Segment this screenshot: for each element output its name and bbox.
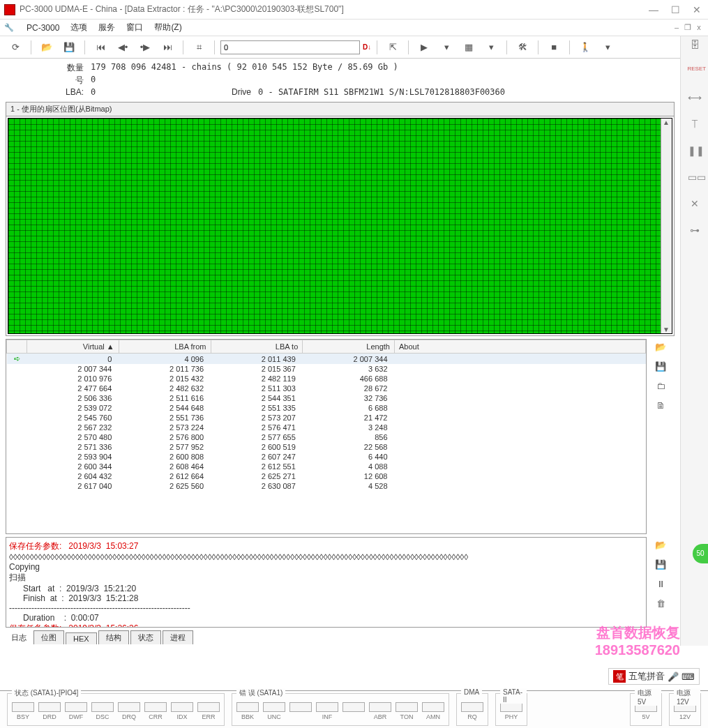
log-clear-icon[interactable]: 🗑	[654, 598, 668, 612]
maximize-button[interactable]: ☐	[671, 4, 680, 15]
col-about[interactable]: About	[395, 340, 646, 354]
col-length[interactable]: Length	[303, 340, 395, 354]
log-box[interactable]: 保存任务参数: 2019/3/3 15:03:27 ◊◊◊◊◊◊◊◊◊◊◊◊◊◊…	[6, 537, 647, 628]
export-icon[interactable]: ⇱	[383, 39, 402, 56]
tab-status[interactable]: 状态	[130, 630, 161, 644]
play-icon[interactable]: ▶	[414, 39, 434, 56]
refresh-icon[interactable]: ⟳	[6, 39, 25, 56]
tools-icon[interactable]: 🛠	[513, 39, 532, 56]
sb-reset-icon[interactable]: RESET	[688, 66, 702, 79]
lba-value: 0	[91, 87, 216, 97]
prev-icon[interactable]: ◀•	[113, 39, 133, 56]
bitmap-grid[interactable]	[8, 118, 672, 334]
next-icon[interactable]: •▶	[135, 39, 155, 56]
sb-chip-icon[interactable]: ▭▭	[688, 172, 702, 185]
status-indicator: IDX	[171, 702, 193, 720]
status-group-5v: 电源 5V 5V	[630, 693, 662, 726]
table-row[interactable]: 2 545 7602 551 7362 573 20721 472	[7, 413, 646, 423]
ime-indicator[interactable]: 笔 五笔拼音 🎤 ⌨	[608, 668, 700, 685]
status-indicator: INF	[316, 702, 338, 720]
status-group-dma: DMA RQ	[456, 693, 488, 726]
ime-icon: 笔	[613, 670, 626, 683]
sb-pause-icon[interactable]: ❚❚	[688, 145, 702, 159]
table-row[interactable]: 2 539 0722 544 6482 551 3356 688	[7, 403, 646, 413]
table-row[interactable]: 2 617 0402 625 5602 630 0874 528	[7, 481, 646, 491]
col-lba-from[interactable]: LBA from	[119, 340, 211, 354]
sb-disk-icon[interactable]: 🗄	[688, 39, 702, 53]
statusbar: 状态 (SATA1)-[PIO4] BSYDRDDWFDSCDRQCRRIDXE…	[0, 690, 708, 728]
ime-mic-icon[interactable]: 🎤	[668, 672, 679, 682]
ime-text: 五笔拼音	[628, 670, 665, 683]
status-indicator: TON	[396, 702, 418, 720]
log-pause-icon[interactable]: ⏸	[654, 579, 668, 593]
status-indicator: RQ	[461, 702, 483, 720]
save-icon[interactable]: 💾	[59, 39, 79, 56]
status-indicator	[342, 702, 365, 720]
tab-process[interactable]: 进程	[163, 630, 193, 644]
sb-switch-icon[interactable]: ⊶	[688, 225, 702, 238]
table-row[interactable]: 2 506 3362 511 6162 544 35132 736	[7, 393, 646, 403]
side-folder-icon[interactable]: 🗀	[654, 381, 668, 395]
menu-help[interactable]: 帮助(Z)	[149, 22, 187, 33]
table-row[interactable]: 2 567 2322 573 2242 576 4713 248	[7, 423, 646, 432]
stop-icon[interactable]: ■	[544, 39, 564, 56]
exit-icon[interactable]: 🚶	[575, 39, 595, 56]
ime-keyboard-icon[interactable]: ⌨	[681, 672, 695, 682]
pc3000-icon: 🔧	[4, 22, 15, 33]
menu-service[interactable]: 服务	[93, 22, 121, 33]
sb-screw-icon[interactable]: ⟙	[688, 119, 702, 132]
side-save-icon[interactable]: 💾	[654, 361, 668, 375]
table-row[interactable]: 2 010 9762 015 4322 482 119466 688	[7, 374, 646, 384]
table-row[interactable]: 2 604 4322 612 6642 625 27112 608	[7, 471, 646, 481]
open-icon[interactable]: 📂	[37, 39, 57, 56]
info-panel: 数量 179 708 096 42481 - chains ( 92 010 5…	[0, 59, 680, 100]
status-indicator: BSY	[12, 702, 34, 720]
log-save-icon[interactable]: 💾	[654, 559, 668, 573]
grid-icon[interactable]: ⌗	[189, 39, 209, 56]
bitmap-scrollbar[interactable]	[661, 119, 672, 333]
toolbar: ⟳ 📂 💾 ⏮ ◀• •▶ ⏭ ⌗ D↓ ⇱ ▶ ▾ ▦ ▾ 🛠 ■ 🚶 ▾	[0, 36, 680, 59]
close-button[interactable]: ✕	[693, 4, 701, 15]
table-row[interactable]: 2 570 4802 576 8002 577 655856	[7, 432, 646, 442]
menu-window[interactable]: 窗口	[121, 22, 149, 33]
table-row[interactable]: 2 477 6642 482 6322 511 30328 672	[7, 384, 646, 393]
menu-app[interactable]: PC-3000	[21, 23, 65, 33]
log-section: 保存任务参数: 2019/3/3 15:03:27 ◊◊◊◊◊◊◊◊◊◊◊◊◊◊…	[6, 537, 675, 628]
tab-struct[interactable]: 结构	[98, 630, 129, 644]
child-minimize-icon[interactable]: –	[672, 23, 681, 33]
tab-hex[interactable]: HEX	[66, 632, 97, 644]
dropdown-icon[interactable]: ▾	[437, 39, 456, 56]
col-lba-to[interactable]: LBA to	[211, 340, 303, 354]
child-close-icon[interactable]: x	[694, 23, 704, 33]
last-icon[interactable]: ⏭	[158, 39, 177, 56]
green-badge[interactable]: 50	[693, 544, 708, 563]
menubar: 🔧 PC-3000 选项 服务 窗口 帮助(Z) – ❐ x	[0, 20, 708, 36]
table-row[interactable]: 2 007 3442 011 7362 015 3673 632	[7, 364, 646, 374]
side-doc-icon[interactable]: 🗎	[654, 400, 668, 414]
table-row[interactable]: 2 593 9042 600 8082 607 2476 440	[7, 452, 646, 462]
status-indicator: CRR	[144, 702, 167, 720]
status-group-12v: 电源 12V 12V	[669, 693, 701, 726]
qty-label: 数量	[14, 62, 91, 74]
table-row[interactable]: 2 571 3362 577 9522 600 51922 568	[7, 442, 646, 452]
side-open-icon[interactable]: 📂	[654, 342, 668, 356]
menu-options[interactable]: 选项	[65, 22, 93, 33]
sb-ruler-icon[interactable]: ⟷	[688, 92, 702, 106]
sb-close-icon[interactable]: ✕	[688, 198, 702, 212]
child-restore-icon[interactable]: ❐	[683, 23, 693, 33]
minimize-button[interactable]: —	[649, 4, 658, 15]
tab-bitmap[interactable]: 位图	[33, 630, 64, 644]
bitmap-title: 1 - 使用的扇区位图(从Bitmap)	[6, 103, 674, 116]
log-open-icon[interactable]: 📂	[654, 540, 668, 554]
col-virtual[interactable]: Virtual ▲	[27, 340, 119, 354]
dropdown2-icon[interactable]: ▾	[481, 39, 501, 56]
chain-table: Virtual ▲ LBA from LBA to Length About ➪…	[6, 340, 646, 491]
status-indicator: PHY	[500, 702, 522, 720]
exit-dropdown-icon[interactable]: ▾	[598, 39, 617, 56]
grid2-icon[interactable]: ▦	[459, 39, 479, 56]
status-indicator: UNC	[263, 702, 285, 720]
table-row[interactable]: ➪04 0962 011 4392 007 344	[7, 354, 646, 365]
first-icon[interactable]: ⏮	[91, 39, 110, 56]
lba-input[interactable]	[220, 40, 360, 54]
table-row[interactable]: 2 600 3442 608 4642 612 5514 088	[7, 462, 646, 471]
